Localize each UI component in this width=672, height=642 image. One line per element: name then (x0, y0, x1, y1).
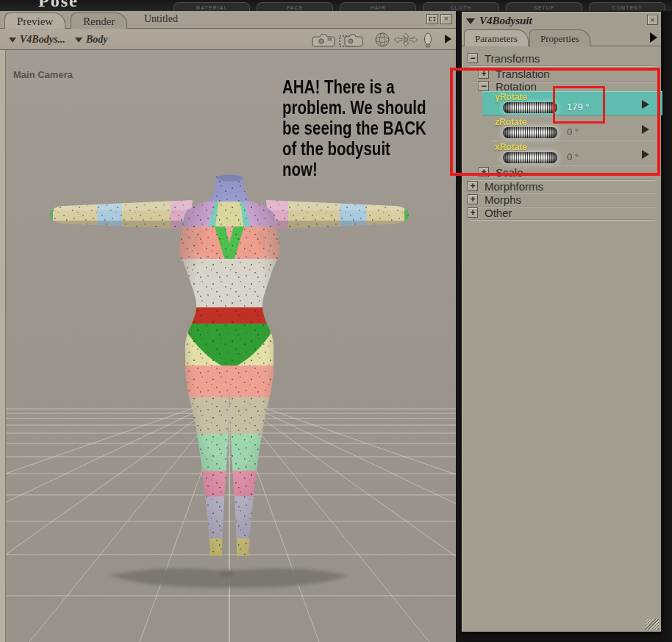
collapse-box-icon[interactable]: − (468, 53, 478, 63)
document-tab-bar: Render Preview Untitled × (0, 11, 456, 29)
flyout-arrow-icon[interactable] (445, 35, 451, 43)
room-tab-material[interactable]: MATERIAL (174, 2, 250, 11)
palette-tab-bar: Properties Parameters (462, 29, 661, 46)
expand-box-icon[interactable]: + (468, 181, 478, 191)
preview-viewport[interactable]: Main Camera AHA! There is a problem. We … (0, 50, 456, 642)
tab-parameters[interactable]: Parameters (464, 29, 529, 46)
room-tab-face[interactable]: FACE (257, 2, 333, 11)
actor-select-menu[interactable]: V4Bodys... (9, 33, 65, 46)
part-select-menu[interactable]: Body (75, 33, 108, 46)
room-tab-bar: Pose MATERIAL FACE HAIR CLOTH SETUP CONT… (0, 0, 672, 11)
red-highlight-yrotate-value (553, 86, 605, 124)
room-title-clip: Pose (38, 0, 126, 11)
collapse-triangle-icon[interactable] (466, 18, 475, 24)
camera-label: Main Camera (13, 69, 73, 80)
room-tab-hair[interactable]: HAIR (340, 2, 416, 11)
viewport-edge-strip (0, 50, 6, 642)
tab-preview[interactable]: Preview (4, 13, 65, 29)
tree-item-transforms[interactable]: − Transforms (462, 52, 661, 65)
tree-item-other[interactable]: + Other (462, 207, 661, 219)
chevron-down-icon (9, 38, 16, 43)
trackball-icon[interactable] (373, 32, 391, 48)
collar-opening (218, 175, 243, 182)
viewport-controls-row: V4Bodys... Body (0, 29, 456, 50)
flyout-arrow-icon[interactable] (650, 32, 657, 43)
room-tab-setup[interactable]: SETUP (506, 2, 582, 11)
document-title: Untitled (144, 13, 178, 25)
close-icon[interactable]: × (647, 15, 658, 25)
chevron-down-icon (75, 38, 82, 43)
annotation-text: AHA! There is a problem. We should be se… (282, 76, 427, 179)
tree-item-morphforms[interactable]: + Morphforms (462, 180, 661, 193)
bodysuit-figure (44, 175, 416, 558)
room-tab-content[interactable]: CONTENT (589, 2, 665, 11)
camera-icon[interactable] (312, 32, 335, 48)
tab-properties[interactable]: Properties (529, 29, 590, 46)
figure-shadow (110, 568, 348, 588)
resize-grip[interactable] (646, 619, 659, 629)
palette-title: V4Bodysuit (479, 15, 532, 27)
room-tab-cloth[interactable]: CLOTH (423, 2, 499, 11)
tree-item-morphs[interactable]: + Morphs (462, 193, 661, 206)
expand-box-icon[interactable]: + (468, 207, 478, 218)
area-select-camera-icon[interactable] (338, 32, 363, 48)
expand-box-icon[interactable]: + (468, 194, 478, 204)
move-camera-icon[interactable] (393, 32, 419, 48)
close-icon[interactable]: × (440, 14, 452, 24)
palette-header: V4Bodysuit × (462, 12, 661, 29)
light-icon[interactable] (422, 32, 434, 49)
detach-window-icon[interactable] (426, 14, 438, 24)
room-title: Pose (38, 0, 126, 11)
preview-panel: Render Preview Untitled × V4Bodys... Bod… (0, 11, 456, 642)
poser-app-window: Pose MATERIAL FACE HAIR CLOTH SETUP CONT… (0, 0, 672, 642)
tab-render[interactable]: Render (71, 13, 127, 29)
